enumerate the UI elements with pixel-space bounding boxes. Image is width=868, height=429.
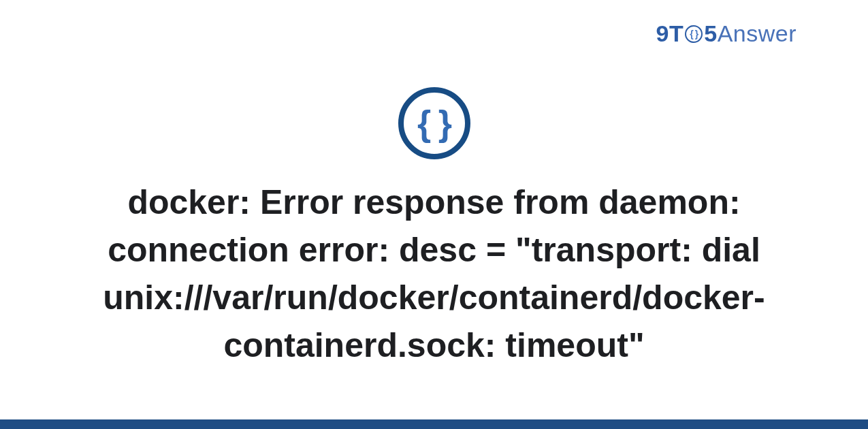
main-category-icon-wrapper: { }	[398, 87, 470, 159]
logo-middle: 5	[704, 20, 717, 47]
logo-braces-icon: { }	[685, 25, 703, 43]
site-logo[interactable]: 9T { } 5 Answer	[656, 20, 797, 47]
site-header: 9T { } 5 Answer	[656, 20, 797, 47]
logo-braces-glyph: { }	[690, 29, 698, 39]
footer-accent-bar	[0, 419, 868, 429]
braces-icon: { }	[417, 106, 451, 141]
question-title: docker: Error response from daemon: conn…	[39, 178, 829, 369]
category-circle-icon: { }	[398, 87, 470, 159]
logo-suffix: Answer	[718, 20, 797, 47]
logo-prefix: 9T	[656, 20, 684, 47]
